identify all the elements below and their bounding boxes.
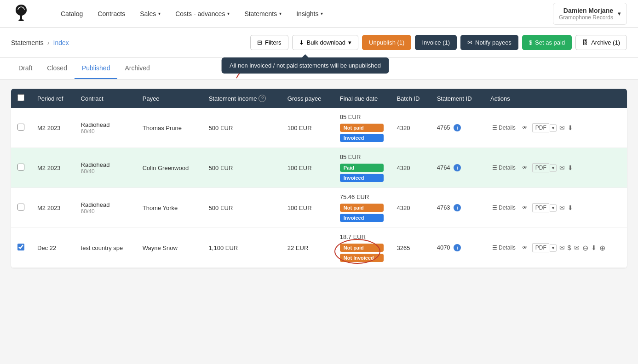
nav-sales[interactable]: Sales▾ [132, 0, 168, 28]
details-button-0[interactable]: ☰ Details [490, 123, 517, 132]
sales-chevron: ▾ [158, 11, 161, 16]
row-checkbox-2[interactable] [17, 204, 24, 210]
email-action-icon2-3[interactable]: ✉ [574, 244, 580, 251]
pdf-button-3[interactable]: PDF [532, 243, 549, 252]
nav-statements[interactable]: Statements▾ [237, 0, 289, 28]
minus-action-icon-3[interactable]: ⊖ [582, 244, 588, 252]
pdf-button-0[interactable]: PDF [532, 123, 549, 132]
cell-period-2: M2 2023 [31, 188, 75, 228]
row-checkbox-0[interactable] [17, 124, 24, 131]
cell-final-due-2: 75.46 EUR Not paid Invoiced [333, 188, 391, 228]
pdf-arrow-3[interactable]: ▾ [550, 244, 557, 252]
app-logo[interactable] [11, 3, 31, 24]
pdf-button-1[interactable]: PDF [532, 163, 549, 172]
invoice-label: Invoice (1) [422, 39, 450, 46]
unpublish-button[interactable]: Unpublish (1) [362, 35, 411, 50]
dollar-action-icon-3[interactable]: $ [568, 244, 571, 251]
preview-button-3[interactable]: 👁 [520, 243, 529, 252]
save-action-icon-3[interactable]: ⬇ [591, 244, 597, 251]
breadcrumb-parent[interactable]: Statements [11, 39, 44, 46]
nav-costs[interactable]: Costs - advances▾ [168, 0, 237, 28]
tooltip-arrow [302, 54, 308, 57]
eye-icon: 👁 [522, 245, 528, 251]
pdf-arrow-2[interactable]: ▾ [550, 204, 557, 212]
save-action-icon-1[interactable]: ⬇ [568, 164, 573, 171]
cell-actions-3: ☰ Details 👁 PDF ▾ ✉ $ ✉ ⊖ ⬇ ⊕ [484, 228, 627, 268]
email-action-icon-1[interactable]: ✉ [559, 164, 565, 171]
statement-info-icon-2[interactable]: i [454, 204, 461, 211]
col-payee: Payee [136, 89, 202, 108]
nav-insights[interactable]: Insights▾ [289, 0, 330, 28]
svg-point-0 [18, 19, 24, 21]
statement-info-icon-1[interactable]: i [454, 164, 461, 171]
pdf-arrow-0[interactable]: ▾ [550, 124, 557, 132]
eye-icon: 👁 [522, 165, 528, 171]
statement-info-icon-0[interactable]: i [454, 124, 461, 131]
tab-archived[interactable]: Archived [117, 58, 157, 79]
payment-badge-0: Not paid [340, 124, 384, 132]
preview-button-2[interactable]: 👁 [520, 203, 529, 212]
row-checkbox-3[interactable] [17, 244, 24, 250]
notify-button[interactable]: ✉ Notify payees [460, 35, 518, 50]
col-gross-payee: Gross payee [281, 89, 333, 108]
col-statement-id: Statement ID [431, 89, 484, 108]
cell-income-3: 1,100 EUR [202, 228, 281, 268]
email-icon: ✉ [467, 39, 472, 46]
table-body: M2 2023 Radiohead 60/40 Thomas Prune 500… [11, 108, 627, 268]
page-header: Statements › Index ⊟ Filters ⬇ Bulk down… [0, 28, 638, 58]
add-action-icon-3[interactable]: ⊕ [599, 244, 605, 252]
user-menu[interactable]: Damien Morjane Gramophone Records ▾ [553, 3, 627, 25]
email-action-icon-3[interactable]: ✉ [559, 244, 565, 251]
details-button-3[interactable]: ☰ Details [490, 243, 517, 252]
cell-period-3: Dec 22 [31, 228, 75, 268]
email-action-icon-0[interactable]: ✉ [559, 124, 565, 131]
set-paid-button[interactable]: $ Set as paid [522, 35, 572, 50]
filter-icon: ⊟ [257, 39, 262, 46]
list-icon: ☰ [492, 245, 497, 251]
pdf-arrow-1[interactable]: ▾ [550, 164, 557, 172]
tab-draft[interactable]: Draft [11, 58, 40, 79]
statements-chevron: ▾ [279, 11, 282, 16]
user-info: Damien Morjane Gramophone Records [559, 7, 613, 21]
nav-contracts[interactable]: Contracts [90, 0, 132, 28]
filter-button[interactable]: ⊟ Filters [250, 35, 288, 50]
invoice-badge-2: Invoiced [340, 214, 384, 222]
details-button-1[interactable]: ☰ Details [490, 163, 517, 172]
pdf-dropdown-2: PDF ▾ [532, 203, 557, 212]
nav-catalog[interactable]: Catalog [53, 0, 90, 28]
statement-income-help-icon[interactable]: ? [259, 95, 266, 102]
pdf-dropdown-0: PDF ▾ [532, 123, 557, 132]
table-header-row: Period ref Contract Payee Statement inco… [11, 89, 627, 108]
cell-income-1: 500 EUR [202, 148, 281, 188]
payment-badge-1: Paid [340, 164, 384, 172]
set-paid-label: Set as paid [535, 39, 565, 46]
cell-batch-3: 3265 [390, 228, 430, 268]
insights-chevron: ▾ [321, 11, 323, 16]
cell-gross-2: 100 EUR [281, 188, 333, 228]
payment-badge-3: Not paid [340, 244, 384, 252]
cell-batch-2: 4320 [390, 188, 430, 228]
table-row: M2 2023 Radiohead 60/40 Thomas Prune 500… [11, 108, 627, 148]
cell-gross-3: 22 EUR [281, 228, 333, 268]
bulk-download-button[interactable]: ⬇ Bulk download ▾ [292, 35, 359, 50]
preview-button-0[interactable]: 👁 [520, 123, 529, 132]
row-checkbox-1[interactable] [17, 164, 24, 171]
cell-statement-id-2: 4763 i [431, 188, 484, 228]
save-action-icon-2[interactable]: ⬇ [568, 204, 573, 211]
user-name: Damien Morjane [559, 7, 613, 14]
save-action-icon-0[interactable]: ⬇ [568, 124, 573, 131]
email-action-icon-2[interactable]: ✉ [559, 204, 565, 211]
breadcrumb-separator: › [47, 39, 50, 46]
details-button-2[interactable]: ☰ Details [490, 203, 517, 212]
tooltip-box: All non invoiced / not paid statements w… [221, 57, 389, 74]
notify-label: Notify payees [475, 39, 512, 46]
tab-published[interactable]: Published [75, 58, 118, 79]
select-all-checkbox[interactable] [17, 94, 24, 101]
invoice-button[interactable]: Invoice (1) [415, 35, 457, 50]
preview-button-1[interactable]: 👁 [520, 163, 529, 172]
tab-closed[interactable]: Closed [40, 58, 75, 79]
cell-gross-0: 100 EUR [281, 108, 333, 148]
pdf-button-2[interactable]: PDF [532, 203, 549, 212]
statement-info-icon-3[interactable]: i [454, 244, 461, 251]
archive-button[interactable]: 🗄 Archive (1) [575, 35, 627, 50]
